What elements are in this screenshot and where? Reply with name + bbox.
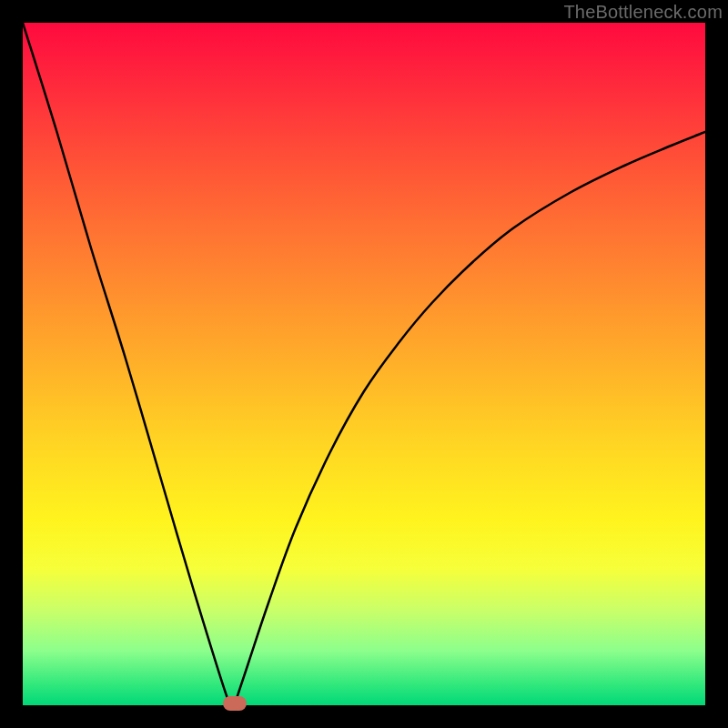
minimum-marker	[223, 696, 247, 711]
plot-area	[23, 23, 705, 705]
attribution-text: TheBottleneck.com	[563, 2, 723, 23]
chart-frame: TheBottleneck.com	[0, 0, 728, 728]
curve-right-branch	[235, 132, 706, 705]
bottleneck-curve	[23, 23, 705, 705]
curve-left-branch	[23, 23, 235, 705]
